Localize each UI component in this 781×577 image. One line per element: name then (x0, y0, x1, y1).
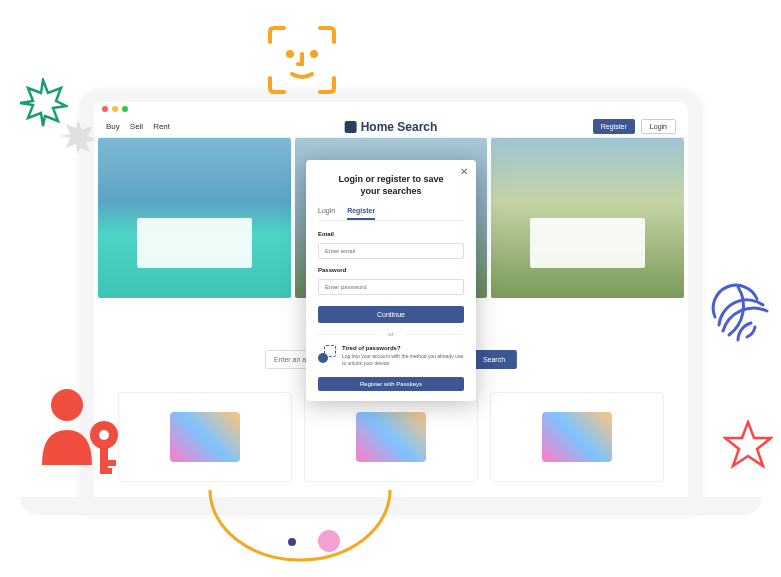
svg-point-0 (288, 52, 292, 56)
dot-purple-icon (288, 538, 296, 546)
laptop-frame: Buy Sell Rent Home Search Register Login… (82, 90, 700, 510)
feature-cards (94, 392, 688, 482)
passkey-title: Tired of passwords? (342, 345, 464, 351)
register-passkey-button[interactable]: Register with Passkeys (318, 377, 464, 391)
dot-pink-icon (318, 530, 340, 552)
passkey-promo: Tired of passwords? Log into your accoun… (318, 345, 464, 366)
tab-register[interactable]: Register (347, 207, 375, 220)
email-label: Email (318, 231, 464, 237)
hero-image (491, 138, 684, 298)
search-button[interactable]: Search (471, 350, 517, 369)
password-field[interactable] (318, 279, 464, 295)
browser-window: Buy Sell Rent Home Search Register Login… (94, 102, 688, 510)
brand-name: Home Search (361, 120, 438, 134)
password-label: Password (318, 267, 464, 273)
hero-image (98, 138, 291, 298)
passkey-desc: Log into your account with the method yo… (342, 353, 464, 366)
feature-card[interactable] (490, 392, 664, 482)
star-gray-icon (60, 118, 96, 154)
face-id-icon (262, 20, 342, 100)
tab-login[interactable]: Login (318, 207, 335, 220)
login-button[interactable]: Login (641, 119, 676, 134)
modal-title: Login or register to save your searches (328, 174, 454, 197)
auth-modal: ✕ Login or register to save your searche… (306, 160, 476, 401)
top-nav: Buy Sell Rent Home Search Register Login (94, 116, 688, 138)
auth-tabs: Login Register (318, 207, 464, 221)
close-icon[interactable]: ✕ (460, 166, 468, 177)
register-button[interactable]: Register (593, 119, 635, 134)
arc-icon (200, 490, 400, 570)
svg-point-4 (99, 430, 109, 440)
nav-buy[interactable]: Buy (106, 122, 120, 131)
window-controls (102, 106, 128, 112)
nav-sell[interactable]: Sell (130, 122, 143, 131)
continue-button[interactable]: Continue (318, 306, 464, 323)
divider-or: or (318, 331, 464, 337)
email-field[interactable] (318, 243, 464, 259)
brand: Home Search (345, 120, 438, 134)
svg-rect-6 (100, 460, 116, 466)
fingerprint-icon (703, 275, 773, 345)
brand-logo-icon (345, 121, 357, 133)
svg-point-1 (312, 52, 316, 56)
nav-rent[interactable]: Rent (153, 122, 170, 131)
star-outline-icon (723, 420, 773, 470)
person-key-icon (32, 380, 132, 480)
svg-point-2 (51, 389, 83, 421)
passkey-icon (318, 345, 336, 363)
feature-card[interactable] (304, 392, 478, 482)
feature-card[interactable] (118, 392, 292, 482)
svg-rect-7 (100, 468, 112, 474)
